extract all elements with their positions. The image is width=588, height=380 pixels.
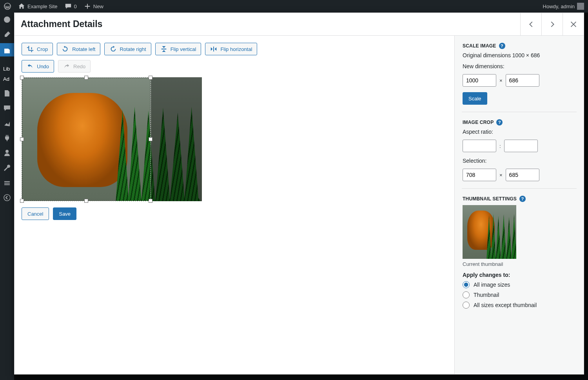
save-button[interactable]: Save bbox=[53, 207, 76, 220]
crop-selection[interactable] bbox=[22, 77, 151, 201]
cancel-button[interactable]: Cancel bbox=[22, 207, 49, 220]
modal-title: Attachment Details bbox=[15, 19, 102, 29]
apply-all-label: All image sizes bbox=[474, 282, 510, 288]
apply-except-option[interactable]: All sizes except thumbnail bbox=[463, 302, 576, 309]
menu-settings-icon[interactable] bbox=[3, 179, 11, 187]
crop-handle-s[interactable] bbox=[84, 199, 88, 203]
apply-thumb-option[interactable]: Thumbnail bbox=[463, 291, 576, 298]
menu-pages-icon[interactable] bbox=[3, 89, 11, 97]
crop-handle-e[interactable] bbox=[149, 137, 152, 141]
help-icon[interactable]: ? bbox=[499, 43, 505, 49]
new-link[interactable]: New bbox=[84, 3, 103, 10]
help-icon[interactable]: ? bbox=[496, 119, 503, 125]
submenu-library[interactable]: Lib bbox=[3, 65, 10, 73]
crop-handle-n[interactable] bbox=[84, 76, 88, 80]
apply-thumb-label: Thumbnail bbox=[474, 292, 499, 298]
times-symbol: × bbox=[499, 78, 503, 84]
rotate-right-label: Rotate right bbox=[120, 46, 146, 52]
history-toolbar: Undo Redo bbox=[22, 60, 447, 73]
redo-label: Redo bbox=[73, 64, 85, 69]
flip-vertical-button[interactable]: Flip vertical bbox=[155, 43, 201, 55]
redo-icon bbox=[63, 63, 70, 70]
menu-posts-icon[interactable] bbox=[3, 31, 11, 38]
divider bbox=[462, 188, 577, 189]
apply-thumb-radio[interactable] bbox=[463, 291, 470, 298]
scale-height-input[interactable] bbox=[506, 74, 539, 87]
avatar bbox=[577, 3, 584, 10]
flip-vertical-icon bbox=[160, 45, 167, 53]
crop-button[interactable]: Crop bbox=[22, 43, 53, 55]
comments-link[interactable]: 0 bbox=[65, 3, 77, 10]
menu-plugins-icon[interactable] bbox=[3, 134, 11, 142]
rotate-left-label: Rotate left bbox=[72, 46, 95, 52]
rotate-right-button[interactable]: Rotate right bbox=[104, 43, 151, 55]
menu-media-icon[interactable] bbox=[0, 43, 14, 56]
flip-horizontal-label: Flip horizontal bbox=[220, 46, 252, 52]
aspect-ratio-label: Aspect ratio: bbox=[463, 129, 576, 135]
undo-icon bbox=[27, 63, 34, 70]
prev-button[interactable] bbox=[520, 13, 541, 35]
aspect-w-input[interactable] bbox=[463, 140, 496, 152]
crop-title-text: IMAGE CROP bbox=[463, 120, 494, 125]
flip-horizontal-button[interactable]: Flip horizontal bbox=[205, 43, 257, 55]
crop-icon bbox=[27, 45, 34, 53]
edit-toolbar: Crop Rotate left Rotate right Flip verti… bbox=[22, 43, 447, 55]
apply-all-radio[interactable] bbox=[463, 281, 470, 288]
crop-handle-ne[interactable] bbox=[149, 76, 152, 80]
thumb-title-text: THUMBNAIL SETTINGS bbox=[463, 196, 517, 202]
menu-dashboard-icon[interactable] bbox=[3, 16, 11, 24]
times-symbol: × bbox=[499, 172, 503, 178]
menu-users-icon[interactable] bbox=[3, 149, 11, 157]
rotate-left-button[interactable]: Rotate left bbox=[57, 43, 100, 55]
menu-appearance-icon[interactable] bbox=[3, 119, 11, 127]
thumb-title: THUMBNAIL SETTINGS? bbox=[463, 196, 576, 202]
new-label: New bbox=[93, 4, 103, 9]
rotate-left-icon bbox=[62, 45, 69, 53]
crop-handle-w[interactable] bbox=[20, 137, 24, 141]
redo-button: Redo bbox=[58, 60, 91, 73]
selection-h-input[interactable] bbox=[506, 169, 539, 181]
crop-shade bbox=[151, 77, 202, 201]
next-button[interactable] bbox=[541, 13, 563, 35]
close-button[interactable] bbox=[563, 13, 584, 35]
menu-comments-icon[interactable] bbox=[3, 104, 11, 112]
rotate-right-icon bbox=[109, 45, 116, 53]
chevron-right-icon bbox=[548, 20, 557, 29]
media-submenu: Lib Ad bbox=[3, 65, 10, 85]
aspect-h-input[interactable] bbox=[504, 140, 538, 152]
selection-label: Selection: bbox=[463, 158, 576, 164]
original-dimensions: Original dimensions 1000 × 686 bbox=[463, 52, 576, 58]
scale-inputs: × bbox=[463, 74, 576, 87]
undo-button[interactable]: Undo bbox=[22, 60, 54, 73]
crop-handle-sw[interactable] bbox=[20, 199, 24, 203]
site-link[interactable]: Example Site bbox=[18, 3, 58, 10]
site-name: Example Site bbox=[27, 4, 58, 9]
scale-width-input[interactable] bbox=[463, 74, 496, 87]
crop-handle-se[interactable] bbox=[149, 199, 152, 203]
edit-sidebar: SCALE IMAGE? Original dimensions 1000 × … bbox=[454, 36, 584, 374]
comments-count: 0 bbox=[74, 4, 77, 9]
crop-title: IMAGE CROP? bbox=[463, 119, 576, 125]
modal-header: Attachment Details bbox=[15, 13, 584, 36]
howdy-link[interactable]: Howdy, admin bbox=[543, 3, 584, 10]
flip-horizontal-icon bbox=[210, 45, 217, 53]
help-icon[interactable]: ? bbox=[519, 196, 526, 202]
menu-tools-icon[interactable] bbox=[3, 164, 11, 172]
current-thumbnail-label: Current thumbnail bbox=[463, 261, 576, 267]
submenu-add-new[interactable]: Ad bbox=[3, 75, 10, 83]
image-preview[interactable] bbox=[22, 77, 202, 201]
crop-handle-nw[interactable] bbox=[20, 76, 24, 80]
close-icon bbox=[569, 20, 578, 29]
apply-all-option[interactable]: All image sizes bbox=[463, 281, 576, 288]
menu-collapse-icon[interactable] bbox=[3, 194, 11, 202]
wp-logo[interactable] bbox=[4, 3, 11, 10]
apply-changes-label: Apply changes to: bbox=[463, 272, 576, 278]
scale-title-text: SCALE IMAGE bbox=[463, 43, 496, 49]
apply-except-radio[interactable] bbox=[463, 302, 470, 309]
colon-symbol: : bbox=[499, 143, 501, 149]
selection-w-input[interactable] bbox=[463, 169, 496, 181]
scale-button[interactable]: Scale bbox=[463, 92, 487, 105]
admin-bar: Example Site 0 New Howdy, admin bbox=[0, 0, 588, 13]
attachment-details-modal: Attachment Details Crop Rotate left Rota… bbox=[14, 13, 584, 375]
undo-label: Undo bbox=[37, 64, 49, 69]
